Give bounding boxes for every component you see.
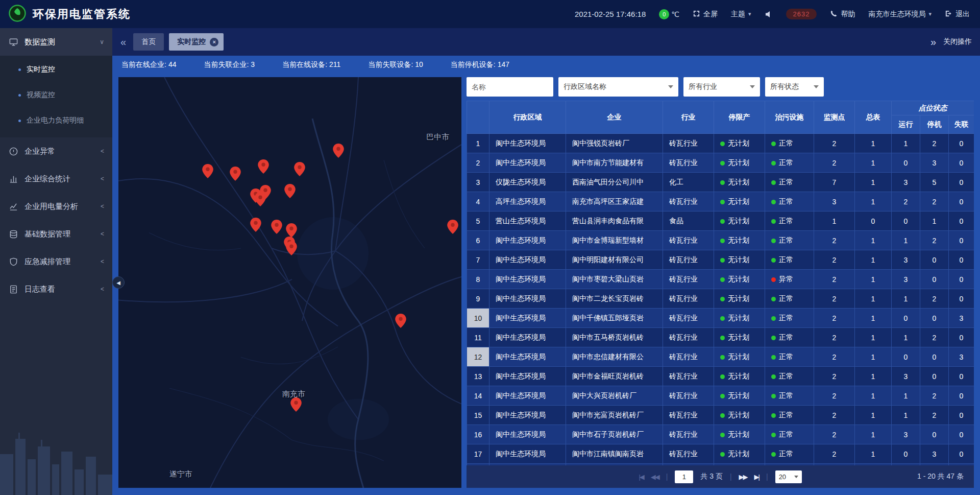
tabs-scroll-left-icon[interactable]: « — [120, 37, 126, 47]
row-limit-status: 无计划 — [714, 425, 765, 444]
alert-count-badge[interactable]: 2632 — [786, 9, 817, 19]
tab-首页[interactable]: 首页 — [133, 33, 164, 51]
first-page-button[interactable]: |◀ — [639, 473, 643, 481]
sidebar-item-logs[interactable]: 日志查看< — [0, 275, 112, 303]
table-row[interactable]: 1阆中生态环境局阆中强锐页岩砖厂砖瓦行业无计划正常21120 — [467, 134, 974, 153]
table-row[interactable]: 12阆中生态环境局阆中市忠信建材有限公砖瓦行业无计划正常21003 — [467, 347, 974, 367]
sidebar-subitem[interactable]: 企业电力负荷明细 — [0, 108, 112, 133]
page-size-select[interactable]: 20 — [775, 470, 802, 483]
collapse-map-button[interactable]: ◀ — [112, 276, 125, 289]
help-button[interactable]: 帮助 — [830, 10, 855, 19]
map-pin-icon[interactable] — [395, 314, 406, 328]
speaker-icon[interactable] — [765, 10, 773, 18]
row-meters: 1 — [855, 406, 892, 425]
row-lost: 0 — [949, 134, 974, 153]
org-dropdown[interactable]: 南充市生态环境局 ▾ — [868, 10, 932, 19]
datetime: 2021-02-25 17:46:18 — [575, 10, 646, 18]
stats-bar: 当前在线企业:44当前失联企业:3当前在线设备:211当前失联设备:10当前停机… — [112, 56, 980, 74]
row-facility-status: 正常 — [765, 386, 814, 406]
table-row[interactable]: 4高坪生态环境局南充市高坪区王家店建砖瓦行业无计划正常31220 — [467, 192, 974, 211]
table-row[interactable]: 15阆中生态环境局阆中市光富页岩机砖厂砖瓦行业无计划正常21120 — [467, 406, 974, 425]
map-canvas[interactable]: 巴中市南充市遂宁市 — [118, 77, 461, 488]
tabs-scroll-right-icon[interactable]: » — [930, 36, 936, 48]
status-dot-icon — [771, 161, 776, 166]
row-stop: 5 — [920, 173, 949, 192]
tab-close-icon[interactable]: × — [210, 38, 218, 46]
row-points: 2 — [814, 406, 855, 425]
region-filter-select[interactable]: 行政区域名称 — [558, 77, 678, 97]
sidebar-subitem[interactable]: 视频监控 — [0, 82, 112, 108]
table-row[interactable]: 14阆中生态环境局阆中大兴页岩机砖厂砖瓦行业无计划正常21120 — [467, 386, 974, 406]
map-pin-icon[interactable] — [447, 220, 458, 234]
table-row[interactable]: 9阆中生态环境局阆中市二龙长宝页岩砖砖瓦行业无计划正常21120 — [467, 289, 974, 309]
chevron-icon: < — [101, 203, 104, 210]
sidebar-item-company-stats[interactable]: 企业综合统计< — [0, 165, 112, 193]
table-row[interactable]: 5营山生态环境局营山县润丰肉食品有限食品无计划正常10010 — [467, 211, 974, 231]
last-page-button[interactable]: ▶| — [754, 473, 759, 481]
row-industry: 砖瓦行业 — [663, 406, 714, 425]
status-filter-select[interactable]: 所有状态 — [765, 77, 824, 97]
sidebar-item-power-analysis[interactable]: 企业用电量分析< — [0, 193, 112, 220]
row-company: 西南油气田分公司川中 — [566, 173, 663, 192]
prev-page-button[interactable]: ◀◀ — [651, 473, 659, 481]
analysis-icon — [8, 201, 18, 211]
map-pin-icon[interactable] — [202, 164, 213, 178]
fullscreen-icon — [693, 10, 700, 19]
row-run: 1 — [892, 406, 920, 425]
table-row[interactable]: 7阆中生态环境局阆中明阳建材有限公司砖瓦行业无计划正常21300 — [467, 250, 974, 270]
map-panel[interactable]: ◀ — [118, 77, 461, 488]
fullscreen-button[interactable]: 全屏 — [693, 10, 718, 19]
map-pin-icon[interactable] — [286, 223, 297, 238]
row-region: 阆中生态环境局 — [489, 406, 566, 425]
table-row[interactable]: 10阆中生态环境局阆中千佛镇五郎垭页岩砖瓦行业无计划正常21003 — [467, 309, 974, 328]
row-company: 阆中市金博瑞新型墙材 — [566, 231, 663, 250]
next-page-button[interactable]: ▶▶ — [739, 473, 747, 481]
table-row[interactable]: 3仪陇生态环境局西南油气田分公司川中化工无计划正常71350 — [467, 173, 974, 192]
table-row[interactable]: 8阆中生态环境局阆中市枣碧大梁山页岩砖瓦行业无计划异常21300 — [467, 270, 974, 289]
status-dot-icon — [720, 161, 725, 166]
tab-实时监控[interactable]: 实时监控× — [169, 33, 224, 51]
row-company: 阆中市金福旺页岩机砖 — [566, 367, 663, 386]
row-lost: 0 — [949, 425, 974, 444]
tab-bar: « 首页实时监控× » 关闭操作 — [112, 28, 980, 56]
table-row[interactable]: 16阆中生态环境局阆中市石子页岩机砖厂砖瓦行业无计划正常21300 — [467, 425, 974, 444]
map-pin-icon[interactable] — [290, 397, 302, 412]
close-operations-button[interactable]: 关闭操作 — [943, 37, 972, 46]
row-lost: 0 — [949, 211, 974, 231]
row-lost: 0 — [949, 289, 974, 309]
stat-item: 当前失联企业:3 — [204, 60, 255, 69]
sidebar-item-data-monitor[interactable]: 数据监测∨ — [0, 28, 112, 56]
row-company: 阆中市南方节能建材有 — [566, 153, 663, 173]
table-row[interactable]: 13阆中生态环境局阆中市金福旺页岩机砖砖瓦行业无计划正常21300 — [467, 367, 974, 386]
theme-dropdown[interactable]: 主题 ▾ — [731, 10, 751, 19]
map-pin-icon[interactable] — [230, 167, 241, 181]
name-filter-input[interactable] — [467, 77, 553, 97]
map-pin-icon[interactable] — [258, 159, 269, 174]
page-number-input[interactable] — [675, 470, 693, 483]
sidebar-item-base-data[interactable]: 基础数据管理< — [0, 220, 112, 248]
col-industry: 行业 — [663, 101, 714, 134]
map-pin-icon[interactable] — [271, 220, 282, 234]
map-pin-icon[interactable] — [286, 241, 297, 255]
row-region: 高坪生态环境局 — [489, 192, 566, 211]
row-run: 0 — [892, 347, 920, 367]
table-row[interactable]: 6阆中生态环境局阆中市金博瑞新型墙材砖瓦行业无计划正常21120 — [467, 231, 974, 250]
map-pin-icon[interactable] — [333, 144, 344, 158]
sidebar-item-company-abnormal[interactable]: 企业异常< — [0, 137, 112, 165]
map-pin-icon[interactable] — [255, 192, 266, 206]
map-pin-icon[interactable] — [284, 184, 296, 198]
industry-filter-select[interactable]: 所有行业 — [683, 77, 760, 97]
table-row[interactable]: 17阆中生态环境局阆中市江南镇阆南页岩砖瓦行业无计划正常21030 — [467, 444, 974, 464]
table-row[interactable]: 11阆中生态环境局阆中市五马桥页岩机砖砖瓦行业无计划正常21120 — [467, 328, 974, 347]
sidebar-subitem[interactable]: 实时监控 — [0, 57, 112, 82]
sidebar-item-emergency[interactable]: 应急减排管理< — [0, 248, 112, 275]
status-dot-icon — [720, 355, 725, 360]
status-dot-icon — [720, 413, 725, 418]
table-row[interactable]: 2阆中生态环境局阆中市南方节能建材有砖瓦行业无计划正常21030 — [467, 153, 974, 173]
row-run: 2 — [892, 192, 920, 211]
logout-button[interactable]: 退出 — [945, 10, 970, 19]
status-dot-icon — [720, 394, 725, 398]
row-region: 阆中生态环境局 — [489, 425, 566, 444]
map-pin-icon[interactable] — [250, 218, 261, 232]
map-pin-icon[interactable] — [294, 162, 305, 176]
